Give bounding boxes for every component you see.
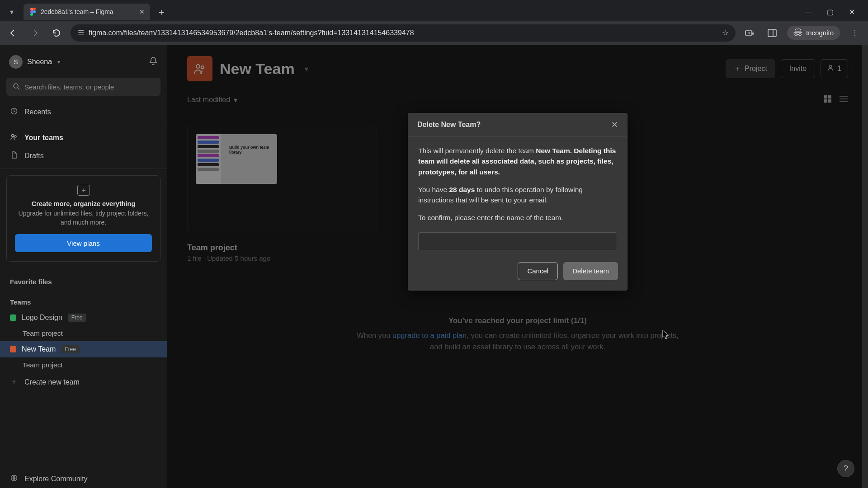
tab-strip: ▾ 2edcb8a1's team – Figma ✕ ＋ — ▢ ✕ [0,0,868,21]
svg-point-4 [14,84,18,88]
search-input[interactable]: Search files, teams, or people [6,78,160,96]
team-color-swatch [10,346,16,352]
upgrade-title: Create more, organize everything [15,200,152,207]
bookmark-star-icon[interactable]: ☆ [722,28,728,37]
upgrade-body: Upgrade for unlimited files, tidy projec… [15,209,152,227]
team-color-swatch [10,314,16,321]
incognito-indicator[interactable]: Incognito [787,26,840,40]
drafts-icon [10,151,18,160]
browser-menu-icon[interactable]: ⋮ [847,25,863,41]
team-row-logo-design[interactable]: Logo Design Free [0,310,167,326]
modal-title: Delete New Team? [417,121,481,129]
close-icon[interactable]: ✕ [611,120,618,130]
site-info-icon[interactable]: ☰ [78,28,84,37]
tab-title: 2edcb8a1's team – Figma [41,8,113,15]
sidebar-item-recents[interactable]: Recents [0,103,167,121]
incognito-label: Incognito [806,29,834,37]
tab-close-icon[interactable]: ✕ [139,8,145,15]
reload-icon[interactable] [49,25,64,41]
create-new-team[interactable]: ＋ Create new team [0,373,167,391]
confirm-team-name-input[interactable] [418,232,617,250]
back-icon[interactable] [5,25,21,41]
side-panel-icon[interactable] [764,25,780,41]
favorite-files-header: Favorite files [0,269,167,289]
forward-icon[interactable] [27,25,42,41]
modal-confirm-instruction: To confirm, please enter the name of the… [418,212,617,223]
figma-favicon-icon [29,8,37,16]
team-project-link[interactable]: Team project [0,357,167,373]
help-button[interactable]: ? [837,460,854,477]
avatar: S [9,55,23,69]
modal-undo-text: You have 28 days to undo this operation … [418,184,617,206]
modal-warning-text: This will permanently delete the team Ne… [418,145,617,177]
url-text: figma.com/files/team/1331413146534953679… [89,29,414,37]
delete-team-modal: Delete New Team? ✕ This will permanently… [408,113,627,291]
account-switcher[interactable]: S Sheena ▾ [0,52,167,75]
teams-header: Teams [0,289,167,310]
sidebar-item-drafts[interactable]: Drafts [0,147,167,165]
search-icon [13,83,20,91]
notifications-bell-icon[interactable] [149,56,158,67]
plan-badge: Free [68,314,86,322]
maximize-icon[interactable]: ▢ [826,7,835,16]
sidebar: S Sheena ▾ Search files, teams, or peopl… [0,45,167,488]
svg-point-6 [12,135,14,137]
cancel-button[interactable]: Cancel [518,262,558,280]
browser-chrome: ▾ 2edcb8a1's team – Figma ✕ ＋ — ▢ ✕ ☰ fi… [0,0,868,45]
modal-backdrop[interactable]: Delete New Team? ✕ This will permanently… [167,45,868,488]
incognito-icon [793,28,802,37]
plan-badge: Free [61,345,80,353]
new-tab-button[interactable]: ＋ [154,4,169,19]
svg-point-0 [33,10,36,13]
delete-team-button[interactable]: Delete team [563,262,618,280]
explore-community[interactable]: Explore Community [0,470,167,488]
svg-rect-2 [768,29,776,37]
team-project-link[interactable]: Team project [0,326,167,341]
clock-icon [10,108,18,117]
view-plans-button[interactable]: View plans [15,234,152,252]
plus-icon: ＋ [10,377,18,387]
svg-point-7 [14,136,16,137]
user-name: Sheena [27,58,52,66]
minimize-icon[interactable]: — [804,7,813,16]
scrollbar[interactable] [862,45,868,488]
search-placeholder: Search files, teams, or people [24,83,114,91]
main-content: New Team ▾ ＋ Project Invite 1 Last mo [167,45,868,488]
team-row-new-team[interactable]: New Team Free [0,341,167,357]
teams-icon [10,133,18,142]
address-bar[interactable]: ☰ figma.com/files/team/13314131465349536… [71,24,736,42]
sidebar-item-your-teams[interactable]: Your teams [0,129,167,147]
globe-icon [10,474,18,483]
window-controls: — ▢ ✕ [804,7,864,16]
upgrade-card: ＋ Create more, organize everything Upgra… [6,175,160,262]
media-control-icon[interactable] [742,25,757,41]
new-file-icon: ＋ [77,185,90,196]
tab-search-dropdown[interactable]: ▾ [4,4,20,20]
browser-tab[interactable]: 2edcb8a1's team – Figma ✕ [24,4,150,20]
browser-toolbar: ☰ figma.com/files/team/13314131465349536… [0,21,868,45]
close-window-icon[interactable]: ✕ [847,7,856,16]
chevron-down-icon: ▾ [57,59,60,65]
